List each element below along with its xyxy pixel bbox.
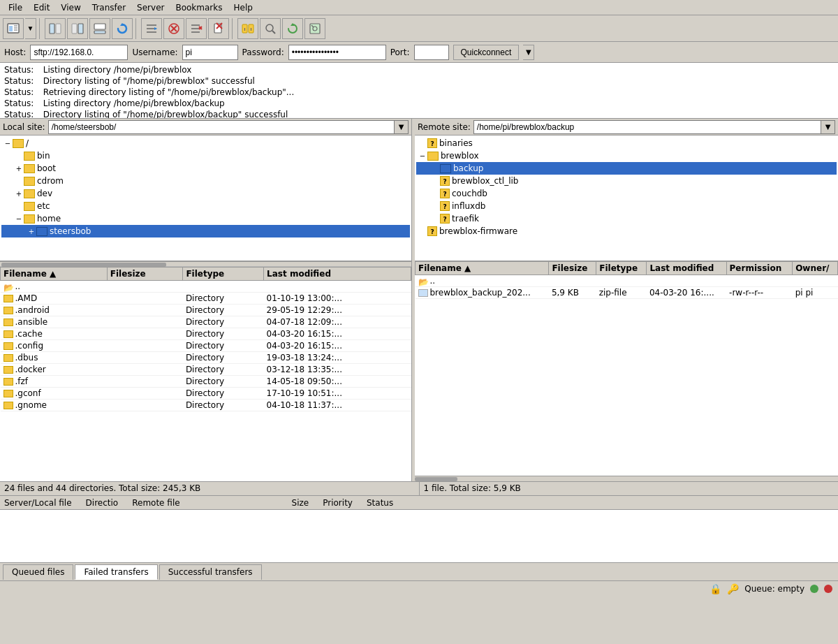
- col-filetype-remote[interactable]: Filetype: [596, 262, 647, 275]
- remote-scrollbar[interactable]: [415, 476, 838, 481]
- remote-file-table: Filename ▲ Filesize Filetype Last modifi…: [415, 261, 838, 299]
- menu-file[interactable]: File: [3, 1, 28, 14]
- remote-file-status: 1 file. Total size: 5,9 KB: [420, 482, 839, 495]
- site-manager-button[interactable]: [3, 18, 24, 39]
- local-file-row[interactable]: .dbus Directory 19-03-18 13:24:...: [1, 352, 411, 364]
- file-type: [596, 275, 647, 287]
- local-file-row[interactable]: 📂..: [1, 281, 411, 293]
- quickconnect-button[interactable]: Quickconnect: [453, 45, 520, 60]
- tree-item-brewblox-ctl-lib[interactable]: + ? brewblox_ctl_lib: [416, 175, 837, 187]
- file-size: [107, 388, 183, 400]
- tab-failed[interactable]: Failed transfers: [75, 564, 157, 580]
- menu-server[interactable]: Server: [131, 1, 170, 14]
- cancel-button[interactable]: [163, 18, 184, 39]
- tree-item-boot[interactable]: + boot: [1, 162, 410, 175]
- file-modified: 04-07-18 12:09:...: [264, 316, 411, 328]
- menu-help[interactable]: Help: [228, 1, 258, 14]
- quickconnect-dropdown[interactable]: ▼: [523, 45, 534, 60]
- tree-item-dev[interactable]: + dev: [1, 187, 410, 200]
- remote-panel: Remote site: ▼ + ? binaries − brewblox +: [415, 119, 838, 481]
- file-modified: 17-10-19 10:51:...: [264, 388, 411, 400]
- tree-item-brewblox-firmware[interactable]: + ? brewblox-firmware: [416, 225, 837, 237]
- svg-rect-9: [94, 24, 105, 29]
- tree-item-couchdb[interactable]: + ? couchdb: [416, 187, 837, 200]
- col-filesize-local[interactable]: Filesize: [107, 268, 183, 281]
- local-file-row[interactable]: .gconf Directory 17-10-19 10:51:...: [1, 388, 411, 400]
- toolbar-sep-3: [232, 18, 235, 39]
- tree-item-brewblox[interactable]: − brewblox: [416, 149, 837, 162]
- local-site-bar: Local site: ▼: [0, 119, 411, 136]
- file-modified: 04-03-20 16:15:...: [264, 328, 411, 340]
- local-file-row[interactable]: .docker Directory 03-12-18 13:35:...: [1, 364, 411, 376]
- server-dirs-button[interactable]: [237, 18, 258, 39]
- tab-successful[interactable]: Successful transfers: [159, 564, 262, 580]
- local-file-row[interactable]: .AMD Directory 01-10-19 13:00:...: [1, 293, 411, 305]
- tree-item-backup[interactable]: + backup: [416, 162, 837, 175]
- local-site-input[interactable]: [48, 120, 395, 134]
- local-file-row[interactable]: .ansible Directory 04-07-18 12:09:...: [1, 316, 411, 328]
- local-tree-scrollbar[interactable]: [0, 261, 411, 267]
- toggle-local-panel-button[interactable]: [45, 18, 66, 39]
- svg-rect-10: [94, 31, 105, 34]
- tree-item-steersbob[interactable]: + steersbob: [1, 225, 410, 237]
- site-manager-dropdown[interactable]: ▼: [25, 18, 36, 39]
- tree-item-bin[interactable]: + bin: [1, 149, 410, 162]
- port-input[interactable]: [414, 45, 449, 60]
- col-permission-remote[interactable]: Permission: [726, 262, 793, 275]
- cancel-selected-button[interactable]: [186, 18, 207, 39]
- menu-view[interactable]: View: [55, 1, 86, 14]
- col-filename-remote[interactable]: Filename ▲: [416, 262, 549, 275]
- tree-item-etc[interactable]: + etc: [1, 200, 410, 212]
- remote-site-input[interactable]: [473, 120, 821, 134]
- tree-item-influxdb[interactable]: + ? influxdb: [416, 200, 837, 212]
- col-lastmod-local[interactable]: Last modified: [264, 268, 411, 281]
- local-file-row[interactable]: .config Directory 04-03-20 16:15:...: [1, 340, 411, 352]
- refresh-button[interactable]: [112, 18, 133, 39]
- file-name: .cache: [1, 328, 108, 340]
- host-input[interactable]: [30, 45, 128, 60]
- status-circle-red: [824, 585, 832, 593]
- col-filesize-remote[interactable]: Filesize: [549, 262, 596, 275]
- local-file-row[interactable]: .fzf Directory 14-05-18 09:50:...: [1, 376, 411, 388]
- username-input[interactable]: [182, 45, 238, 60]
- svg-rect-6: [56, 24, 61, 34]
- queue-col-remote: Remote file: [132, 498, 179, 508]
- status-circle-green: [810, 585, 818, 593]
- local-panel: Local site: ▼ − / + bin + boot: [0, 119, 412, 481]
- tree-item-root[interactable]: − /: [1, 137, 410, 149]
- local-file-row[interactable]: .gnome Directory 04-10-18 11:37:...: [1, 400, 411, 411]
- queue-body: [0, 510, 838, 552]
- search-files-button[interactable]: [260, 18, 281, 39]
- menu-transfer[interactable]: Transfer: [87, 1, 131, 14]
- tree-item-binaries[interactable]: + ? binaries: [416, 137, 837, 149]
- file-type: Directory: [183, 400, 264, 411]
- local-file-row[interactable]: .android Directory 29-05-19 12:29:...: [1, 305, 411, 316]
- menu-edit[interactable]: Edit: [28, 1, 55, 14]
- tree-item-home[interactable]: − home: [1, 212, 410, 225]
- find-files-button[interactable]: [304, 18, 325, 39]
- connection-bar: Host: Username: Password: Port: Quickcon…: [0, 42, 838, 63]
- tab-queued[interactable]: Queued files: [3, 564, 73, 580]
- reconnect-button[interactable]: [282, 18, 303, 39]
- local-site-dropdown[interactable]: ▼: [395, 120, 409, 134]
- col-owner-remote[interactable]: Owner/: [793, 262, 838, 275]
- local-file-row[interactable]: .cache Directory 04-03-20 16:15:...: [1, 328, 411, 340]
- col-filename-local[interactable]: Filename ▲: [1, 268, 108, 281]
- col-lastmod-remote[interactable]: Last modified: [647, 262, 726, 275]
- password-input[interactable]: [288, 45, 386, 60]
- toggle-log-button[interactable]: [89, 18, 110, 39]
- file-size: [107, 328, 183, 340]
- remote-file-row[interactable]: brewblox_backup_202... 5,9 KB zip-file 0…: [416, 287, 838, 299]
- process-queue-button[interactable]: [141, 18, 162, 39]
- folder-icon: [427, 152, 439, 161]
- cancel-file-button[interactable]: [208, 18, 229, 39]
- remote-file-row[interactable]: 📂..: [416, 275, 838, 287]
- toggle-remote-panel-button[interactable]: [67, 18, 88, 39]
- menu-bookmarks[interactable]: Bookmarks: [170, 1, 228, 14]
- tree-item-traefik[interactable]: + ? traefik: [416, 212, 837, 225]
- remote-site-dropdown[interactable]: ▼: [821, 120, 835, 134]
- col-filetype-local[interactable]: Filetype: [183, 268, 264, 281]
- file-permission: -rw-r--r--: [726, 287, 793, 299]
- file-name: .fzf: [1, 376, 108, 388]
- tree-item-cdrom[interactable]: + cdrom: [1, 175, 410, 187]
